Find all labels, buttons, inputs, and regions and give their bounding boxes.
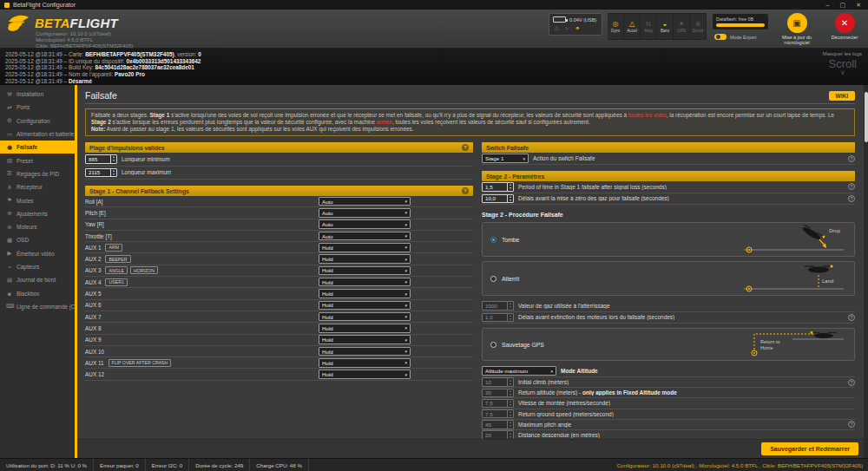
- sidebar-item[interactable]: ⚙ Configuration: [0, 114, 75, 128]
- spinner-arrows[interactable]: ▴▾: [507, 183, 513, 191]
- sidebar-item[interactable]: ◉ Failsafe: [0, 141, 75, 154]
- number-input[interactable]: 2115 ▴▾: [85, 168, 117, 178]
- fallback-select[interactable]: Hold ▾: [319, 266, 411, 276]
- procedure-option-land[interactable]: Atterrit: [482, 261, 855, 296]
- drop-radio[interactable]: [490, 237, 496, 243]
- spinner-arrows[interactable]: ▴▾: [110, 169, 116, 177]
- number-input[interactable]: 885 ▴▾: [85, 154, 117, 164]
- spinner-arrows[interactable]: ▴▾: [507, 314, 513, 322]
- number-input[interactable]: 1000 ▴▾: [482, 301, 514, 311]
- fallback-select[interactable]: Hold ▾: [319, 289, 411, 298]
- land-radio[interactable]: [490, 276, 496, 282]
- log-scroll-hint[interactable]: Scroll ∨: [828, 58, 857, 75]
- sidebar-item[interactable]: ⚒ Installation: [0, 88, 75, 101]
- spinner-arrows[interactable]: ▴▾: [507, 400, 513, 408]
- spinner-arrows[interactable]: ▴▾: [110, 155, 116, 163]
- sidebar-item-icon: ▦: [6, 237, 13, 244]
- fallback-select[interactable]: Hold ▾: [319, 324, 411, 333]
- fallback-select[interactable]: Auto ▾: [319, 208, 411, 218]
- number-input[interactable]: 1,5 ▴▾: [482, 182, 514, 192]
- sidebar-item[interactable]: ≈ Capteurs: [0, 260, 75, 273]
- help-icon[interactable]: ?: [848, 183, 855, 190]
- fallback-select[interactable]: Hold ▾: [319, 370, 411, 379]
- fallback-select[interactable]: Hold ▾: [319, 243, 411, 252]
- status-item: Charge CPU: 48 %: [250, 459, 309, 471]
- number-input[interactable]: 45 ▴▾: [482, 420, 514, 429]
- channel-name: Pitch [E]: [85, 210, 106, 216]
- sensor-label: Sonar: [693, 29, 704, 33]
- number-input[interactable]: 20 ▴▾: [482, 430, 514, 439]
- number-input[interactable]: 10,0 ▴▾: [482, 194, 514, 204]
- help-icon[interactable]: ?: [462, 187, 469, 194]
- channel-name: AUX 7: [85, 314, 101, 320]
- sidebar-item[interactable]: ▤ Journal de bord: [0, 273, 75, 286]
- switch-action-select[interactable]: Stage 1 ▾: [482, 154, 529, 163]
- help-icon[interactable]: ?: [462, 144, 469, 151]
- procedure-option-gps-rescue[interactable]: Sauvetage GPS: [482, 328, 855, 361]
- firmware-flasher-button[interactable]: ▣: [787, 13, 807, 33]
- spinner-arrows[interactable]: ▴▾: [507, 421, 513, 428]
- disconnect-button[interactable]: ✕: [835, 13, 855, 33]
- fallback-select[interactable]: Auto ▾: [319, 197, 411, 206]
- number-input[interactable]: 1,0 ▴▾: [482, 313, 514, 323]
- scrollbar-thumb[interactable]: [865, 92, 868, 142]
- hide-logs-link[interactable]: Masquer les logs: [823, 51, 862, 56]
- fallback-select[interactable]: Hold ▾: [319, 312, 411, 322]
- spinner-arrows[interactable]: ▴▾: [507, 378, 513, 386]
- sidebar-item[interactable]: ⌨ Ligne de commande (CLI): [0, 300, 75, 313]
- fallback-select[interactable]: Hold ▾: [319, 358, 411, 368]
- dataflash-panel: Dataflash: free 0B: [712, 13, 769, 30]
- number-input[interactable]: 7,5 ▴▾: [482, 399, 514, 409]
- fallback-select[interactable]: Hold ▾: [319, 335, 411, 344]
- maximize-icon[interactable]: ▢: [840, 2, 846, 9]
- fallback-select[interactable]: Hold ▾: [319, 254, 411, 264]
- sidebar-item[interactable]: ■ Blackbox: [0, 286, 75, 299]
- number-input[interactable]: 7,5 ▴▾: [482, 409, 514, 419]
- spinner-arrows[interactable]: ▴▾: [507, 431, 513, 439]
- wiki-button[interactable]: WIKI: [829, 91, 855, 101]
- usb-disconnect-icon: ✕: [841, 18, 848, 28]
- select-value: Altitude maximum: [485, 368, 528, 374]
- select-value: Auto: [322, 221, 333, 227]
- spinner-arrows[interactable]: ▴▾: [507, 302, 513, 310]
- gps-rescue-radio[interactable]: [490, 342, 496, 348]
- sidebar-item[interactable]: ⋔ Récepteur: [0, 180, 75, 193]
- help-icon[interactable]: ?: [848, 155, 855, 162]
- spinner-arrows[interactable]: ▴▾: [507, 195, 513, 203]
- sidebar-item[interactable]: ⇄ Ports: [0, 101, 75, 114]
- fallback-select[interactable]: Auto ▾: [319, 219, 411, 229]
- sidebar-item[interactable]: ⊕ Ajustements: [0, 207, 75, 220]
- svg-text:Home: Home: [760, 345, 773, 350]
- sidebar-item[interactable]: ☰ Réglages de PID: [0, 167, 75, 180]
- content-scrollbar[interactable]: [864, 85, 868, 458]
- sidebar-item[interactable]: ⚑ Modes: [0, 193, 75, 206]
- altitude-mode-row: Altitude maximum ▾ Mode Altitude: [482, 365, 855, 377]
- number-value: 1,5: [483, 183, 507, 191]
- channel-fallback-row: Roll [A] Auto ▾: [85, 196, 473, 207]
- number-input[interactable]: 10 ▴▾: [482, 377, 514, 387]
- sensor-icon: N: [646, 20, 651, 28]
- help-icon[interactable]: ?: [848, 314, 855, 321]
- log-panel[interactable]: 2025-05-12 @18:31:49 – Carte: BEFH/BETAF…: [0, 49, 868, 85]
- number-input[interactable]: 30 ▴▾: [482, 389, 514, 398]
- save-and-reboot-button[interactable]: Sauvegarder et Redémarrer: [761, 442, 858, 455]
- expert-mode-toggle[interactable]: [714, 34, 727, 40]
- fallback-select[interactable]: Hold ▾: [319, 301, 411, 311]
- altitude-mode-select[interactable]: Altitude maximum ▾: [482, 366, 556, 376]
- help-icon[interactable]: ?: [848, 195, 855, 202]
- spinner-arrows[interactable]: ▴▾: [507, 410, 513, 418]
- fallback-select[interactable]: Hold ▾: [319, 347, 411, 357]
- sidebar-item[interactable]: ⊛ Moteurs: [0, 220, 75, 233]
- minimize-icon[interactable]: –: [826, 2, 830, 9]
- close-icon[interactable]: ✕: [856, 2, 861, 9]
- sidebar-item[interactable]: ▦ OSD: [0, 233, 75, 246]
- sidebar-item[interactable]: ▭ Alimentation et batterie: [0, 128, 75, 141]
- help-icon[interactable]: ?: [848, 379, 855, 386]
- spinner-arrows[interactable]: ▴▾: [507, 389, 513, 397]
- sidebar-item[interactable]: ▧ Preset: [0, 154, 75, 167]
- fallback-select[interactable]: Auto ▾: [319, 232, 411, 241]
- sidebar-item[interactable]: ▶ Émetteur vidéo: [0, 247, 75, 260]
- help-icon[interactable]: ?: [848, 421, 855, 428]
- procedure-option-drop[interactable]: Tombe: [482, 222, 855, 257]
- fallback-select[interactable]: Hold ▾: [319, 278, 411, 287]
